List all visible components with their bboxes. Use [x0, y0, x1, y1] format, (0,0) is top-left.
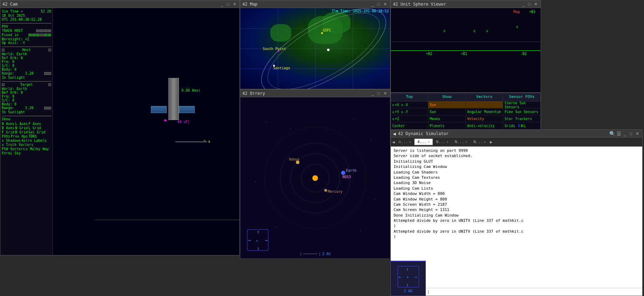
tab1-close[interactable]: ✕ [428, 140, 430, 144]
orrery-minimize[interactable]: _ [371, 91, 375, 96]
sim-tab-1[interactable]: 4... ✕ [414, 139, 433, 145]
map-title: 42 Map [242, 2, 257, 7]
range-host-toggle[interactable] [44, 72, 51, 75]
world-target: World: Earth [2, 87, 51, 91]
cam-utc: UTC 291-08:30:52.20 [2, 17, 51, 21]
sphere-sub-line [391, 42, 541, 42]
cam-window-controls[interactable]: _ □ ✕ [220, 2, 237, 7]
world-host: World: Earth [2, 52, 51, 56]
cp-header: Top Show Vectors Sensor FOVs [391, 93, 541, 101]
sim-tab-3[interactable]: N... ✕ [452, 139, 471, 145]
map-controls[interactable]: _ □ ✕ [371, 2, 388, 7]
scale-bar-left: | [300, 252, 302, 256]
nms-label: ( 0.00 Nms) [177, 89, 200, 92]
fi-toggle2[interactable] [32, 34, 36, 36]
fixed-in-label: Fixed in [2, 33, 19, 37]
tab4-close[interactable]: ✕ [484, 140, 486, 144]
svg-text:↓: ↓ [257, 245, 259, 251]
tabs-next[interactable]: ▶ [490, 140, 492, 145]
show-milkyway: x Milky Way [26, 147, 49, 151]
toggle3[interactable] [44, 29, 47, 32]
tab0-close[interactable]: ✕ [409, 140, 411, 144]
santiago-label: Santiago [273, 66, 290, 70]
nav-au-label: 2 AU [404, 289, 412, 293]
orrery-maximize[interactable]: □ [376, 91, 381, 96]
fi-toggle6[interactable] [48, 34, 51, 36]
tlm-time: Tlm Time: 2025-291-08:30:52 [332, 9, 389, 13]
cp-r1-c4: Coarse Sun Sensors [503, 101, 541, 108]
log-line-13: Attempted divide by zero in UNITV (Line … [394, 218, 639, 223]
sim-minimize[interactable]: _ [623, 131, 627, 136]
show-label: Show [2, 117, 51, 121]
scale-bar [303, 254, 317, 254]
sunlight2: In Sunlight [2, 110, 51, 114]
fi-toggle4[interactable] [40, 34, 43, 36]
b1-label: +B1 [461, 52, 467, 56]
map-window: 42 Map _ □ ✕ Tlm Time: 2025-2 [240, 0, 390, 89]
cp-r2-c1: x+Y x-Y [391, 108, 428, 115]
sphere-minimize[interactable]: _ [521, 2, 526, 7]
fi-toggle1[interactable] [28, 34, 32, 36]
toggle1[interactable] [36, 29, 40, 32]
sim-maximize[interactable]: □ [629, 131, 633, 136]
show-faxes: F Axes [28, 122, 41, 126]
sim-back-icon[interactable]: ◀ [393, 131, 396, 136]
cp-col-vectors: Vectors [466, 93, 503, 101]
toggle4[interactable] [48, 29, 51, 32]
sim-search-icon[interactable]: 🔍 [609, 131, 615, 136]
sphere-controls[interactable]: _ □ ✕ [521, 2, 539, 7]
scale-container: | | 2 AU [300, 252, 331, 256]
cp-r4-c2: Planets [428, 122, 466, 129]
sim-titlebar: ◀ 42 Dynamic Simulator 🔍 ☰ _ □ ✕ [391, 130, 642, 138]
fi-toggle5[interactable] [44, 34, 47, 36]
sphere-titlebar: 42 Unit Sphere Viewer _ □ ✕ [391, 0, 541, 8]
show-truthvec: x Truth Vectors [2, 143, 33, 147]
grids-l: L [524, 124, 526, 128]
sphere-window: 42 Unit Sphere Viewer _ □ ✕ +B3 Mag +B2 … [390, 0, 541, 93]
sim-tab-0[interactable]: n... ✕ [395, 139, 414, 145]
map-minimize[interactable]: _ [371, 2, 375, 7]
cp-row-4: Center Planets Anti-velocity Grids B N L [391, 122, 541, 129]
target-cb2[interactable] [48, 83, 51, 86]
sim-menu-icon[interactable]: ☰ [617, 131, 621, 136]
log-line-14: ) [394, 223, 639, 228]
cam-maximize[interactable]: □ [226, 2, 230, 7]
host-cb2[interactable] [48, 49, 51, 51]
sim-tab-2[interactable]: N... ✕ [433, 139, 452, 145]
pov-label: POV [2, 24, 8, 28]
orrery-close[interactable]: ✕ [382, 91, 388, 96]
sim-close[interactable]: ✕ [635, 131, 640, 136]
host-cb[interactable] [2, 49, 5, 51]
sim-tab-4[interactable]: N... ✕ [470, 139, 489, 145]
cursor-indicator: | [426, 290, 431, 294]
toggle2[interactable] [40, 29, 43, 32]
sphere-maximize[interactable]: □ [527, 2, 532, 7]
map-maximize[interactable]: □ [376, 2, 381, 7]
mag-label: Mag [513, 10, 520, 14]
range-host-label: Range: [2, 71, 14, 75]
gsfc-label: GSFC [323, 28, 331, 32]
map-close[interactable]: ✕ [382, 2, 388, 7]
cam-close[interactable]: ✕ [232, 2, 237, 7]
cam-minimize[interactable]: _ [220, 2, 224, 7]
fi-toggle3[interactable] [36, 34, 40, 36]
cam-content: Sim Time = 52.20 18 Oct 2025 UTC 291-08:… [0, 8, 240, 255]
target-label: Target [20, 83, 33, 86]
tab2-close[interactable]: ✕ [446, 140, 449, 144]
log-line-3: Initializing Cam Window [394, 164, 639, 169]
cp-r3-c2: Moons [428, 115, 466, 122]
svg-point-11 [312, 175, 318, 181]
orrery-controls[interactable]: _ □ ✕ [371, 91, 388, 96]
range-target-toggle[interactable] [44, 107, 51, 110]
host-section: Host World: Earth Ref Orb: 0 Frm: 0 S/C:… [2, 48, 51, 79]
reforb-host: Ref Orb: 0 [2, 56, 51, 60]
svg-point-10 [360, 230, 361, 231]
svg-point-8 [374, 199, 375, 199]
target-cb[interactable] [2, 83, 5, 86]
magnetic-dot [164, 119, 166, 121]
sphere-close[interactable]: ✕ [533, 2, 539, 7]
cp-r1-c1: x+X x-X [391, 101, 428, 108]
tab3-close[interactable]: ✕ [465, 140, 467, 144]
tabs-prev[interactable]: ◀ [392, 140, 395, 145]
track-host-label: TRACK HOST [2, 29, 23, 33]
